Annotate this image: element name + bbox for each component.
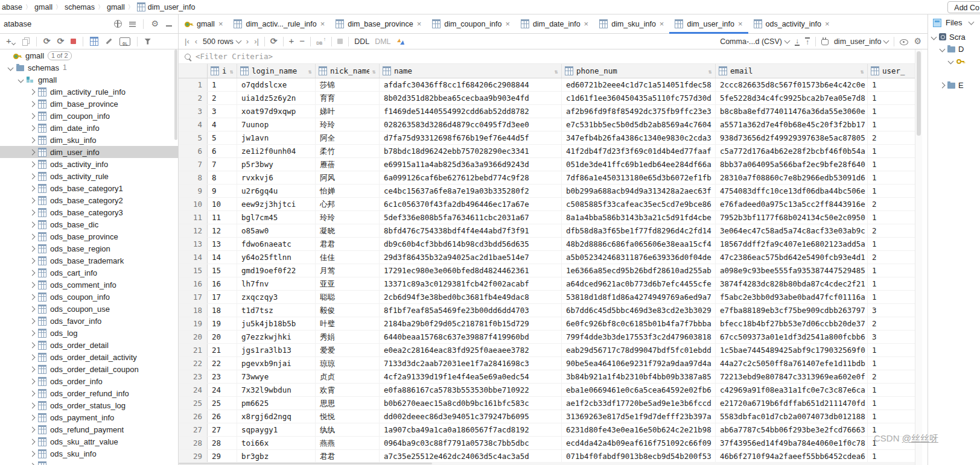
cell-phone_num[interactable]: eab29d56717c78d99047bdf5fc01ebdd xyxy=(562,344,716,356)
modify-table-icon[interactable] xyxy=(105,37,113,45)
cell-login_name[interactable]: sqpaygy1 xyxy=(237,423,316,436)
cell-nick_name[interactable]: 君君 xyxy=(316,450,380,463)
cell-phone_num[interactable]: ed60721b2eee4c1d7c1a514051fdec58 xyxy=(562,78,716,91)
chevron-right-icon[interactable] xyxy=(30,173,36,179)
sidebar-item-dim_user_info[interactable]: dim_user_info xyxy=(0,146,178,158)
breadcrumb-item-schemas[interactable]: schemas xyxy=(65,3,95,11)
chevron-right-icon[interactable] xyxy=(30,258,36,264)
cell-phone_num[interactable]: ecd4da42a4b09eaf616f751092c66f09 xyxy=(562,437,716,449)
row-number[interactable]: 25 xyxy=(179,397,208,410)
chevron-right-icon[interactable] xyxy=(30,221,36,227)
previous-page-icon[interactable] xyxy=(195,37,197,45)
files-item-Scra[interactable]: Scra xyxy=(928,31,980,43)
column-header-email[interactable]: email xyxy=(716,64,868,78)
row-number[interactable]: 10 xyxy=(179,198,208,210)
sidebar-item-ods_coupon_use[interactable]: ods_coupon_use xyxy=(0,303,178,315)
sidebar-item-ods_activity_rule[interactable]: ods_activity_rule xyxy=(0,170,178,182)
cell-phone_num[interactable]: a5b052342468311876e639336d0f04de xyxy=(562,251,716,264)
cell-email[interactable]: 5583dbfac01d7cb2a0074073db012188 xyxy=(716,410,868,423)
column-header-id[interactable]: id xyxy=(208,64,237,78)
breadcrumb-item-abase[interactable]: abase xyxy=(2,3,22,11)
tab-gmall[interactable]: gmall xyxy=(179,14,228,33)
cell-name[interactable]: d7fa75d93312698f676b19ef76e44d5f xyxy=(380,131,562,144)
cell-email[interactable]: 938d73656d2f49929397638e5ac87805 xyxy=(716,131,868,144)
cell-login_name[interactable]: g7ezzkwjhki xyxy=(237,331,316,343)
cell-name[interactable]: 29d3f86435b32a94025ac2d1bae514e7 xyxy=(380,251,562,264)
cell-login_name[interactable]: fdwo6naeatc xyxy=(237,238,316,250)
cell-user_[interactable]: 1 xyxy=(868,357,915,370)
cell-name[interactable]: 6c1c056370f43fa2db496446ec17a67e xyxy=(380,198,562,210)
tree-scrollbar[interactable] xyxy=(174,49,177,140)
cell-user_[interactable]: 3 xyxy=(868,304,915,317)
close-icon[interactable] xyxy=(505,20,510,28)
sidebar-item-ods_cart_info[interactable]: ods_cart_info xyxy=(0,267,178,279)
next-page-icon[interactable] xyxy=(246,37,249,45)
chevron-right-icon[interactable] xyxy=(30,294,36,300)
sidebar-item-ods_refund_payment[interactable]: ods_refund_payment xyxy=(0,423,178,435)
cell-login_name[interactable]: pm6625 xyxy=(237,397,316,410)
sidebar-item-ods_activity_info[interactable]: ods_activity_info xyxy=(0,158,178,170)
cell-email[interactable]: e7fba88189eb3cf75be909cdbb263797 xyxy=(716,304,868,317)
column-header-nick_name[interactable]: nick_name xyxy=(316,64,380,78)
row-number[interactable]: 1 xyxy=(179,78,208,91)
row-number[interactable]: 19 xyxy=(179,317,208,330)
cell-name[interactable]: 5def336e808b5fa7634611cbc2031a67 xyxy=(380,211,562,224)
cell-phone_num[interactable]: dfb58d8a3f65be1f77fd8296d4c2fd14 xyxy=(562,224,716,237)
cell-email[interactable]: 2ccc826635d8c567f01573b6e4c42c0e xyxy=(716,78,868,91)
cell-nick_name[interactable]: 玲玲 xyxy=(316,118,380,131)
sidebar-item-ods_coupon_info[interactable]: ods_coupon_info xyxy=(0,291,178,303)
cell-email[interactable]: 28310a7f08860c7e8b2966edb53091d6 xyxy=(716,171,868,184)
cell-nick_name[interactable]: 秀娟 xyxy=(316,331,380,343)
sidebar-item-ods_log[interactable]: ods_log xyxy=(0,327,178,339)
cell-nick_name[interactable]: 心邦 xyxy=(316,198,380,210)
chevron-right-icon[interactable] xyxy=(30,390,36,396)
cell-user_[interactable]: 1 xyxy=(868,185,915,197)
cell-user_[interactable]: 1 xyxy=(868,264,915,277)
sidebar-item-gmall[interactable]: gmall1 of 2 xyxy=(0,49,178,62)
cell-nick_name[interactable]: 琼琼 xyxy=(316,357,380,370)
cell-login_name[interactable]: o7qddslcxe xyxy=(237,78,316,91)
column-header-login_name[interactable]: login_name xyxy=(237,64,316,78)
cell-id[interactable]: 4 xyxy=(208,118,237,131)
cell-id[interactable]: 11 xyxy=(208,211,237,224)
cell-name[interactable]: afdafc30436ff8cc1f684206c2908844 xyxy=(380,78,562,91)
cell-name[interactable]: 4cf2a91339d19f1e4f4ea5e69a0edc54 xyxy=(380,370,562,383)
cell-id[interactable]: 8 xyxy=(208,171,237,184)
row-number[interactable]: 15 xyxy=(179,264,208,277)
cell-email[interactable]: c5a772d176a4b62e28f2bcbf46f0b54a xyxy=(716,145,868,157)
add-row-icon[interactable] xyxy=(289,37,294,46)
sidebar-item-ods_base_category2[interactable]: ods_base_category2 xyxy=(0,194,178,206)
cell-email[interactable]: b8c8ba8efd774011476a36da55e3060e xyxy=(716,105,868,118)
row-number[interactable]: 11 xyxy=(179,211,208,224)
close-icon[interactable] xyxy=(417,20,422,28)
cell-login_name[interactable]: uia1dz5z6y2n xyxy=(237,92,316,104)
cell-name[interactable]: 2184ba29b0f29d05c218781f0b15d729 xyxy=(380,317,562,330)
chevron-right-icon[interactable] xyxy=(30,137,36,143)
cell-user_[interactable]: 1 xyxy=(868,291,915,303)
row-number[interactable]: 24 xyxy=(179,384,208,396)
vertical-scrollbar[interactable] xyxy=(915,49,922,465)
cell-login_name[interactable]: gmd19oef0f22 xyxy=(237,264,316,277)
cell-login_name[interactable]: xoat97d9xqwp xyxy=(237,105,316,118)
sidebar-item-ods_comment_info[interactable]: ods_comment_info xyxy=(0,279,178,291)
cell-login_name[interactable]: rvxkvj6 xyxy=(237,171,316,184)
import-data-icon[interactable] xyxy=(805,37,810,46)
files-item[interactable] xyxy=(928,55,980,67)
tab-dim_user_info[interactable]: dim_user_info xyxy=(669,14,748,33)
sidebar-item-ods_order_info[interactable]: ods_order_info xyxy=(0,375,178,387)
rows-pager-select[interactable]: 500 rows xyxy=(203,37,241,46)
cell-id[interactable]: 9 xyxy=(208,185,237,197)
breadcrumb-item-dim_user_info[interactable]: dim_user_info xyxy=(137,2,196,11)
filter-row[interactable]: <Filter Criteria> xyxy=(179,49,915,64)
sidebar-item-ods_base_category1[interactable]: ods_base_category1 xyxy=(0,182,178,194)
cell-nick_name[interactable]: 育育 xyxy=(316,92,380,104)
cell-user_[interactable]: 1 xyxy=(868,105,915,118)
scrollbar-thumb[interactable] xyxy=(917,51,921,136)
chevron-right-icon[interactable] xyxy=(30,125,36,131)
cell-nick_name[interactable]: 思思 xyxy=(316,397,380,410)
cell-user_[interactable]: 1 xyxy=(868,211,915,224)
sidebar-item-ods_payment_info[interactable]: ods_payment_info xyxy=(0,411,178,423)
cell-user_[interactable]: 2 xyxy=(868,198,915,210)
cell-phone_num[interactable]: c1d61f1ee360450435a5110fc757d30d xyxy=(562,92,716,104)
hide-panel-icon[interactable] xyxy=(166,25,172,27)
